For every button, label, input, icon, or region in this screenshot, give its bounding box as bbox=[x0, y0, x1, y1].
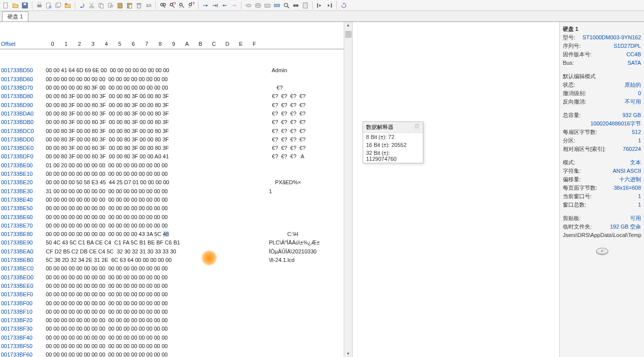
hex-row[interactable]: 001733BE2000 00 00 00 50 58 E3 45 44 25 … bbox=[0, 178, 344, 187]
hex-row[interactable]: 001733BD8000 00 80 3F 00 00 80 3F 00 00 … bbox=[0, 92, 344, 101]
hex-row[interactable]: 001733BDD000 00 80 3F 00 00 80 3F 00 00 … bbox=[0, 135, 344, 144]
svg-rect-40 bbox=[317, 3, 318, 7]
svg-rect-18 bbox=[129, 4, 131, 8]
hex-row[interactable]: 001733BDC000 00 80 3F 00 00 80 3F 00 00 … bbox=[0, 127, 344, 135]
hex-row[interactable]: 001733BD9000 00 80 3F 00 00 80 3F 00 00 … bbox=[0, 101, 344, 110]
tab-disk1[interactable]: 硬盘 1 bbox=[2, 11, 28, 21]
vertical-scrollbar[interactable]: ▲ ▼ bbox=[344, 22, 352, 357]
svg-rect-34 bbox=[274, 4, 280, 6]
copy-icon[interactable] bbox=[97, 1, 105, 9]
svg-point-32 bbox=[256, 5, 261, 7]
find-hex-icon[interactable]: HEX bbox=[168, 1, 176, 9]
replace-hex-icon[interactable]: HEX bbox=[187, 1, 195, 9]
calc-icon[interactable] bbox=[301, 1, 309, 9]
hex-row[interactable]: 001733BE0001 00 20 00 00 00 00 00 00 00 … bbox=[0, 161, 344, 170]
hex-row[interactable]: 001733BF1000 00 00 00 00 00 00 00 00 00 … bbox=[0, 308, 344, 316]
save-icon[interactable] bbox=[21, 1, 29, 9]
tmp-label: 临时文件夹: bbox=[563, 223, 592, 231]
hex-row[interactable]: 001733BED000 00 00 00 00 00 00 00 00 00 … bbox=[0, 273, 344, 282]
hex-body[interactable]: 001733BD5000 00 41 64 6D 69 6E 00 00 00 … bbox=[0, 66, 344, 357]
hex-row[interactable]: 001733BE9050 4C 43 5C C1 BA CE C4 C1 FA … bbox=[0, 238, 344, 247]
hex-row[interactable]: 001733BDE000 00 80 3F 00 00 80 3F 00 00 … bbox=[0, 144, 344, 152]
info-title: 硬盘 1 bbox=[563, 25, 578, 33]
hex-row[interactable]: 001733BF6000 00 00 00 00 00 00 00 00 00 … bbox=[0, 351, 344, 357]
undo-icon[interactable] bbox=[78, 1, 86, 9]
relsec-value: 760224 bbox=[623, 145, 641, 153]
state-label: 状态: bbox=[563, 81, 575, 89]
hex-row[interactable]: 001733BD6000 00 00 00 00 00 00 00 00 00 … bbox=[0, 75, 344, 84]
hex-row[interactable]: 001733BEF000 00 00 00 00 00 00 00 00 00 … bbox=[0, 290, 344, 299]
svg-rect-8 bbox=[57, 2, 60, 6]
disk-icon[interactable] bbox=[245, 1, 253, 9]
svg-rect-2 bbox=[23, 3, 26, 5]
open-icon[interactable] bbox=[11, 1, 19, 9]
svg-rect-12 bbox=[100, 4, 103, 8]
hex-row[interactable]: 001733BEC000 00 00 00 00 00 00 00 00 00 … bbox=[0, 264, 344, 273]
bus-label: Bus: bbox=[563, 59, 574, 67]
goto-icon[interactable] bbox=[202, 1, 210, 9]
fw-value: CC4B bbox=[627, 51, 641, 58]
hex-row[interactable]: 001733BEA0CF D2 B5 C2 DB CE C4 5C 32 30 … bbox=[0, 247, 344, 256]
properties-icon[interactable] bbox=[45, 1, 53, 9]
hex-row[interactable]: 001733BE4000 00 00 00 00 00 00 00 00 00 … bbox=[0, 196, 344, 204]
state-value: 原始的 bbox=[625, 81, 641, 89]
scrollbar-thumb[interactable] bbox=[345, 31, 352, 38]
tab-bar: 硬盘 1 bbox=[0, 11, 644, 22]
hex-row[interactable]: 001733BD7000 00 00 00 00 80 3F 00 00 00 … bbox=[0, 84, 344, 92]
files-icon[interactable] bbox=[54, 1, 62, 9]
hex-row[interactable]: 001733BDB000 00 80 3F 00 00 80 3F 00 00 … bbox=[0, 118, 344, 126]
cut-icon[interactable] bbox=[88, 1, 96, 9]
hex-row[interactable]: 001733BF2000 00 00 00 00 00 00 00 00 00 … bbox=[0, 316, 344, 325]
undo-label: 撤消级别: bbox=[563, 90, 586, 97]
hex-row[interactable]: 001733BE6000 00 00 00 00 00 00 00 00 00 … bbox=[0, 213, 344, 222]
hex-row[interactable]: 001733BF5000 00 00 00 00 00 00 00 00 00 … bbox=[0, 342, 344, 351]
hex-row[interactable]: 001733BE8000 00 00 00 00 00 00 00 00 00 … bbox=[0, 230, 344, 238]
interp-title: 数据解释器 bbox=[366, 123, 393, 131]
new-icon[interactable] bbox=[2, 1, 10, 9]
hex-row[interactable]: 001733BE3031 00 00 00 00 00 00 00 00 00 … bbox=[0, 187, 344, 196]
disk2-icon[interactable] bbox=[254, 1, 262, 9]
hex-row[interactable]: 001733BEE000 00 00 00 00 00 00 00 00 00 … bbox=[0, 282, 344, 290]
data-interpreter[interactable]: 数据解释器□ 8 Bit (±): 72 16 Bit (±): 20552 3… bbox=[363, 121, 423, 163]
hex-row[interactable]: 001733BE5000 00 00 00 00 00 00 00 00 00 … bbox=[0, 204, 344, 213]
paste-icon[interactable] bbox=[116, 1, 124, 9]
curwin-value: 1 bbox=[638, 193, 641, 200]
copy-hex-icon[interactable]: H bbox=[107, 1, 115, 9]
hex-row[interactable]: 001733BDA000 00 80 3F 00 00 80 3F 00 00 … bbox=[0, 110, 344, 118]
goto-offset-icon[interactable] bbox=[211, 1, 219, 9]
binary-icon[interactable]: 101 bbox=[144, 1, 152, 9]
info-pane: 硬盘 1 型号:ST1000DM003-9YN162 序列号:S1D27DPL … bbox=[559, 22, 644, 357]
delete-icon[interactable] bbox=[135, 1, 143, 9]
disk3-icon[interactable] bbox=[263, 1, 271, 9]
hex-row[interactable]: 001733BD5000 00 41 64 6D 69 6E 00 00 00 … bbox=[0, 66, 344, 75]
sync-icon[interactable] bbox=[340, 1, 348, 9]
redo-value: 不可用 bbox=[625, 98, 641, 106]
paste-over-icon[interactable] bbox=[126, 1, 133, 9]
ram-icon[interactable] bbox=[273, 1, 281, 9]
svg-rect-4 bbox=[38, 2, 40, 4]
hex-row[interactable]: 001733BF0000 00 00 00 00 00 00 00 00 00 … bbox=[0, 299, 344, 308]
block-end-icon[interactable] bbox=[325, 1, 333, 9]
hex-row[interactable]: 001733BE1000 00 00 00 00 00 00 00 00 00 … bbox=[0, 170, 344, 178]
part-value: 1 bbox=[638, 137, 641, 144]
forward-icon[interactable] bbox=[230, 1, 238, 9]
hex-row[interactable]: 001733BE7000 00 00 00 00 00 00 00 00 00 … bbox=[0, 222, 344, 230]
wintot-label: 窗口总数: bbox=[563, 201, 586, 209]
close-open-icon[interactable] bbox=[64, 1, 72, 9]
cap-value: 932 GB bbox=[623, 112, 641, 119]
find-icon[interactable] bbox=[159, 1, 167, 9]
close-icon[interactable]: □ bbox=[414, 123, 420, 129]
pos-mgr-icon[interactable] bbox=[292, 1, 300, 9]
charset-label: 字符集: bbox=[563, 167, 581, 175]
replace-icon[interactable] bbox=[178, 1, 186, 9]
search-icon[interactable] bbox=[282, 1, 290, 9]
hex-row[interactable]: 001733BF4000 00 00 00 00 00 00 00 00 00 … bbox=[0, 334, 344, 342]
hex-row[interactable]: 001733BDF000 00 80 3F 00 00 80 3F 00 00 … bbox=[0, 152, 344, 161]
print-icon[interactable] bbox=[35, 1, 43, 9]
part-label: 分区: bbox=[563, 137, 575, 144]
hex-row[interactable]: 001733BEB05C 38 2D 32 34 2E 31 2E 6C 63 … bbox=[0, 256, 344, 264]
hex-row[interactable]: 001733BF3000 00 00 00 00 00 00 00 00 00 … bbox=[0, 325, 344, 333]
block-start-icon[interactable] bbox=[316, 1, 324, 9]
back-icon[interactable] bbox=[221, 1, 229, 9]
tmp-path: Jsers\DRS\AppData\Local\Temp bbox=[563, 232, 641, 239]
